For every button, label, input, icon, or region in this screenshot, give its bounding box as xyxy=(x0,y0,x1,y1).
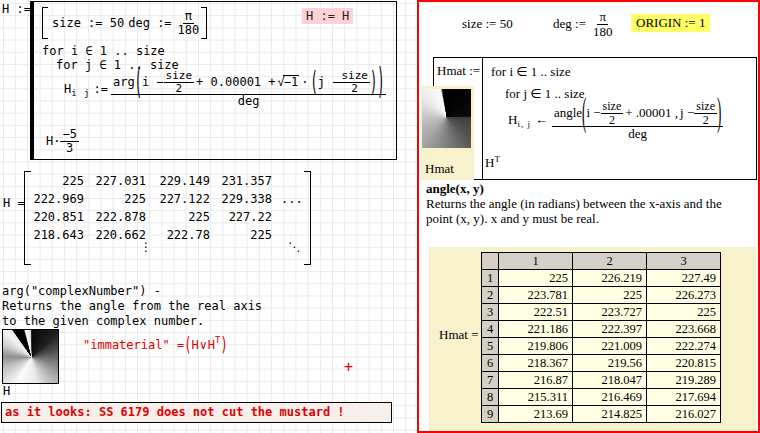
matrix-cell: 227.22 xyxy=(214,210,276,228)
hmat-image-label: Hmat xyxy=(425,161,454,177)
matrix-cell: 227.122 xyxy=(150,192,214,210)
table-cell: 223.781 xyxy=(499,287,573,304)
neg-five-thirds: −53 xyxy=(60,128,78,154)
immaterial-expression[interactable]: "immaterial" = ( H ∨ H T ) xyxy=(83,338,228,352)
logical-or-op: ∨ xyxy=(199,338,208,352)
comment-banner[interactable]: as it looks: SS 6179 does not cut the mu… xyxy=(1,402,392,423)
table-cell: 218.367 xyxy=(499,355,573,372)
program-return-line: H· −53 xyxy=(46,128,79,154)
matrix-cell: 229.149 xyxy=(150,174,214,192)
bracket-right xyxy=(201,7,207,39)
local-defs-bracket: size := 50 deg := π180 xyxy=(42,7,207,39)
eq-subscript-right: i, j xyxy=(517,119,531,129)
paren-close: ) xyxy=(377,63,384,101)
matrix-cell: 225 xyxy=(150,210,214,228)
table-cell: 221.009 xyxy=(573,338,647,355)
size-definition-right[interactable]: size := 50 xyxy=(462,16,513,32)
angle-doc-line1: Returns the angle (in radians) between t… xyxy=(426,196,722,212)
table-col-header: 2 xyxy=(573,253,647,270)
angle-doc-title: angle(x, y) xyxy=(426,181,484,197)
for-i-line: for i ∈ 1 .. size xyxy=(42,44,165,58)
matrix-cell: 229.338 xyxy=(214,192,276,210)
h-matrix-result[interactable]: 225227.031229.149231.357222.969225227.12… xyxy=(30,174,276,246)
matrix-cell: 222.78 xyxy=(150,228,214,246)
matrix-bracket-right xyxy=(304,171,311,265)
table-cell: 222.51 xyxy=(499,304,573,321)
table-cell: 222.397 xyxy=(573,321,647,338)
table-cell: 227.49 xyxy=(647,270,721,287)
table-row-header: 3 xyxy=(482,304,499,321)
table-cell: 226.219 xyxy=(573,270,647,287)
hmat-table-label: Hmat = xyxy=(439,327,478,343)
crosshair-cursor[interactable]: + xyxy=(344,358,353,376)
table-cell: 219.289 xyxy=(647,372,721,389)
deg-definition: deg := xyxy=(128,16,175,30)
table-col-header: 3 xyxy=(647,253,721,270)
matrix-cell: 220.851 xyxy=(30,210,88,228)
table-cell: 218.047 xyxy=(573,372,647,389)
table-cell: 216.87 xyxy=(499,372,573,389)
matrix-cell: 225 xyxy=(214,228,276,246)
matrix-cell: 231.357 xyxy=(214,174,276,192)
h-redefine-highlight[interactable]: H := H xyxy=(302,8,353,24)
table-row-header: 8 xyxy=(482,389,499,406)
table-row-header: 7 xyxy=(482,372,499,389)
table-cell: 214.825 xyxy=(573,406,647,423)
matrix-cell: 227.031 xyxy=(88,174,150,192)
table-cell: 216.469 xyxy=(573,389,647,406)
matrix-cell: 225 xyxy=(30,174,88,192)
table-row-header: 6 xyxy=(482,355,499,372)
hmat-image-region[interactable]: Hmat xyxy=(421,86,474,180)
size-over-2-right: size2 xyxy=(601,100,624,126)
table-row-header: 9 xyxy=(482,406,499,423)
table-row-header: 5 xyxy=(482,338,499,355)
size-over-2b: size2 xyxy=(339,70,370,94)
h-assign-label: H := xyxy=(2,2,31,16)
angle-fn: angle xyxy=(554,106,582,120)
for-i-line-right: for i ∈ 1 .. size xyxy=(491,64,571,80)
arg-help-text[interactable]: arg("complexNumber") - Returns the angle… xyxy=(2,284,262,329)
matrix-hdots: ... xyxy=(281,192,303,206)
program-bar xyxy=(482,58,483,179)
hmat-assign-label: Hmat := xyxy=(437,63,480,79)
deg-definition-right[interactable]: deg := π180 xyxy=(553,10,614,38)
paren-open-2: ( xyxy=(310,68,317,96)
h-angle-image[interactable] xyxy=(2,329,59,384)
immaterial-lhs: "immaterial" = xyxy=(83,338,184,352)
h-image-label: H xyxy=(3,384,10,398)
table-cell: 223.668 xyxy=(647,321,721,338)
eq-lhs: H xyxy=(64,82,71,96)
angle-doc-line2: point (x, y). x and y must be real. xyxy=(426,211,599,227)
table-cell: 215.311 xyxy=(499,389,573,406)
hmat-table-region: Hmat = 1231225226.219227.492223.78122522… xyxy=(429,247,756,431)
table-cell: 219.806 xyxy=(499,338,573,355)
table-cell: 220.815 xyxy=(647,355,721,372)
table-cell: 226.273 xyxy=(647,287,721,304)
paren-open: ( xyxy=(135,63,142,101)
hmat-angle-image xyxy=(422,89,471,148)
table-cell: 223.727 xyxy=(573,304,647,321)
eq-denominator-right: deg xyxy=(626,127,649,141)
hmat-program-region[interactable]: Hmat := for i ∈ 1 .. size for j ∈ 1 .. s… xyxy=(433,57,757,180)
arg-help-line1: arg("complexNumber") - xyxy=(2,284,262,299)
mathcad-screenshot: H := size := 50 deg := π180 H := H for i… xyxy=(0,0,760,433)
paren-close-2: ) xyxy=(370,68,377,96)
table-cell: 213.69 xyxy=(499,406,573,423)
eq-numerator: arg ( i − size2 + 0.00001 + √ −1 · ( j −… xyxy=(113,70,384,94)
h-program-region[interactable]: size := 50 deg := π180 H := H for i ∈ 1 … xyxy=(30,1,397,160)
multiply-dot: · xyxy=(299,76,310,89)
size-over-2: size2 xyxy=(164,70,195,94)
table-cell: 225 xyxy=(647,304,721,321)
arg-help-line3: to the given complex number. xyxy=(2,314,262,329)
right-worksheet: size := 50 deg := π180 ORIGIN := 1 Hmat … xyxy=(417,0,760,433)
origin-highlight[interactable]: ORIGIN := 1 xyxy=(631,14,710,32)
hmat-result-table[interactable]: 1231225226.219227.492223.781225226.27332… xyxy=(481,252,721,423)
sqrt-radicand: −1 xyxy=(283,75,299,89)
eq-numerator-right: angle ( i − size2 + .00001 , j − size2 ) xyxy=(554,100,721,126)
table-corner-cell xyxy=(482,253,499,270)
table-row-header: 1 xyxy=(482,270,499,287)
matrix-ddots: ⋱ xyxy=(288,240,300,254)
table-cell: 219.56 xyxy=(573,355,647,372)
table-cell: 225 xyxy=(499,270,573,287)
matrix-cell: 218.643 xyxy=(30,228,88,246)
